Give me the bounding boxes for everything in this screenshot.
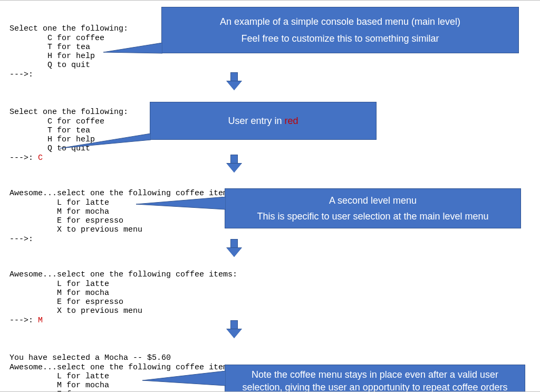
menu-option: E for espresso bbox=[57, 390, 123, 392]
prompt: --->: bbox=[9, 316, 33, 325]
callout-text: A second level menu bbox=[329, 194, 417, 207]
callout-text-part: User entry in bbox=[228, 116, 284, 126]
callout-repeat: Note the coffee menu stays in place even… bbox=[225, 365, 525, 392]
prompt: --->: bbox=[9, 235, 33, 244]
arrow-down-icon bbox=[227, 239, 242, 257]
menu-option: L for latte bbox=[57, 198, 109, 207]
callout-text: An example of a simple console based men… bbox=[220, 15, 460, 28]
callout-text: User entry in red bbox=[228, 114, 298, 127]
menu-header: Awesome...select one the following coffe… bbox=[9, 363, 237, 372]
menu-option: M for mocha bbox=[57, 381, 109, 390]
menu-option: L for latte bbox=[57, 280, 109, 289]
menu-option: M for mocha bbox=[57, 207, 109, 216]
menu-option: C for coffee bbox=[47, 117, 104, 126]
callout-second-level: A second level menu This is specific to … bbox=[225, 188, 521, 228]
menu-header: Select one the following: bbox=[9, 24, 128, 33]
svg-marker-0 bbox=[103, 43, 162, 53]
menu-option: L for latte bbox=[57, 372, 109, 381]
arrow-down-icon bbox=[227, 155, 242, 173]
user-input: C bbox=[38, 154, 43, 162]
callout-text: Feel free to customize this to something… bbox=[241, 32, 439, 45]
arrow-down-icon bbox=[227, 320, 242, 338]
svg-marker-2 bbox=[136, 197, 226, 209]
menu-option: C for coffee bbox=[47, 34, 104, 43]
menu-option: X to previous menu bbox=[57, 307, 142, 315]
menu-option: E for espresso bbox=[57, 298, 123, 307]
page-canvas: Select one the following: C for coffee T… bbox=[0, 0, 540, 392]
menu-header: Awesome...select one the following coffe… bbox=[9, 270, 237, 279]
callout-main-menu: An example of a simple console based men… bbox=[161, 7, 519, 53]
menu-option: T for tea bbox=[47, 43, 90, 52]
user-input: M bbox=[38, 316, 43, 325]
console-block-3: Awesome...select one the following coffe… bbox=[9, 180, 237, 244]
console-block-4: Awesome...select one the following coffe… bbox=[9, 261, 237, 325]
callout-user-entry: User entry in red bbox=[150, 102, 377, 140]
console-block-2: Select one the following: C for coffee T… bbox=[9, 99, 128, 162]
callout-tail-icon bbox=[142, 371, 226, 387]
menu-option: E for espresso bbox=[57, 216, 123, 225]
menu-option: H for help bbox=[47, 52, 95, 61]
svg-marker-3 bbox=[142, 371, 226, 386]
prompt: --->: bbox=[9, 154, 33, 162]
result-line: You have selected a Mocha -- $5.60 bbox=[9, 353, 171, 362]
callout-tail-icon bbox=[60, 133, 151, 149]
arrow-down-icon bbox=[227, 72, 242, 90]
callout-tail-icon bbox=[103, 43, 162, 56]
callout-text-red: red bbox=[285, 116, 298, 126]
callout-text: This is specific to user selection at th… bbox=[257, 210, 488, 223]
menu-option: X to previous menu bbox=[57, 225, 142, 234]
callout-text: selection, giving the user an opportunit… bbox=[243, 381, 508, 392]
callout-text: Note the coffee menu stays in place even… bbox=[252, 368, 498, 381]
menu-option: Q to quit bbox=[47, 61, 90, 70]
callout-tail-icon bbox=[136, 197, 226, 211]
svg-marker-1 bbox=[60, 133, 151, 148]
menu-option: M for mocha bbox=[57, 289, 109, 298]
menu-header: Select one the following: bbox=[9, 108, 128, 117]
prompt: --->: bbox=[9, 70, 33, 79]
